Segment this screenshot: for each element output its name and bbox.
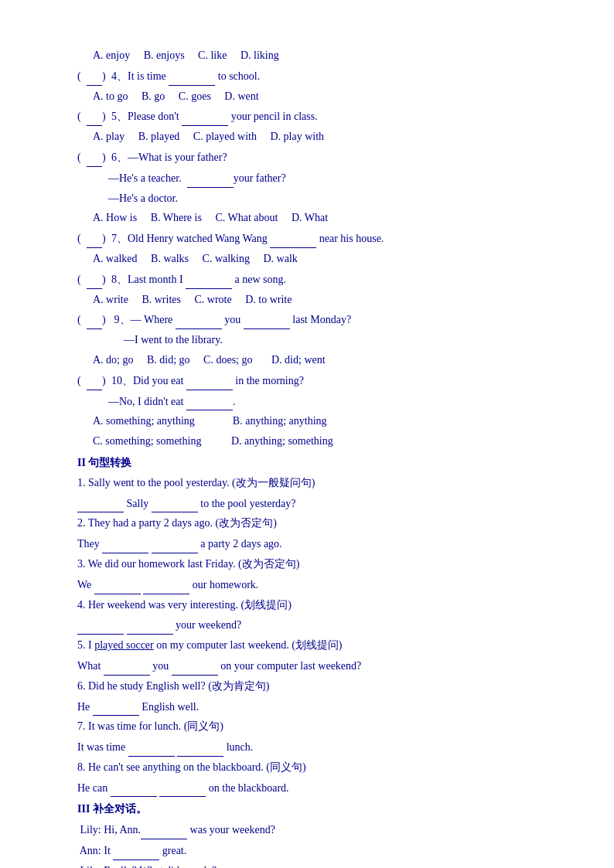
q6-line2: —He's a teacher. your father? <box>77 168 552 188</box>
s2-q6-line: He English well. <box>77 697 552 717</box>
s2-q2-line: They a party 2 days ago. <box>77 534 552 553</box>
s2-q5-stem: 5. I played soccer on my computer last w… <box>77 636 552 655</box>
s2-q1-stem: 1. Sally went to the pool yesterday. (改为… <box>77 474 552 492</box>
section2-title: II 句型转换 <box>77 454 552 472</box>
s2-q4-line: your weekend? <box>77 615 552 635</box>
s2-q8-stem: 8. He can't see anything on the blackboa… <box>77 758 552 777</box>
s2-q7-line: It was time lunch. <box>77 737 552 757</box>
s3-q2: Ann: It great. <box>77 841 552 860</box>
q10-stem: ( )10、Did you eat in the morning? <box>77 371 552 390</box>
q4-options: A. to go B. go C. goes D. went <box>77 87 552 106</box>
s2-q3-line: We our homework. <box>77 575 552 594</box>
s2-q6-stem: 6. Did he study English well? (改为肯定句) <box>77 677 552 696</box>
q5-stem: ( )5、Please don't your pencil in class. <box>77 107 552 126</box>
q9-options: A. do; go B. did; go C. does; go D. did;… <box>77 351 552 369</box>
q9-stem: ( ) 9、— Where you last Monday? <box>77 310 552 329</box>
s2-q3-stem: 3. We did our homework last Friday. (改为否… <box>77 555 552 574</box>
s3-q1: Lily: Hi, Ann. was your weekend? <box>77 820 552 839</box>
q4-options-row: A. enjoy B. enjoys C. like D. liking <box>77 49 279 61</box>
q4-stem: A. enjoy B. enjoys C. like D. liking <box>77 46 552 65</box>
q5-options: A. play B. played C. played with D. play… <box>77 128 552 146</box>
s3-q3: Lily: Really? What did you do? <box>77 862 552 868</box>
q9-line2: —I went to the library. <box>77 331 552 349</box>
q6-options: A. How is B. Where is C. What about D. W… <box>77 209 552 227</box>
section3-title: III 补全对话。 <box>77 800 552 819</box>
q10-line2: —No, I didn't eat . <box>77 392 552 411</box>
page-content: A. enjoy B. enjoys C. like D. liking ( )… <box>77 46 552 868</box>
q4-stem-line: ( )4、It is time to school. <box>77 66 552 86</box>
q7-options: A. walked B. walks C. walking D. walk <box>77 250 552 268</box>
s2-q2-stem: 2. They had a party 2 days ago. (改为否定句) <box>77 514 552 533</box>
q6-line3: —He's a doctor. <box>77 189 552 208</box>
s2-q8-line: He can on the blackboard. <box>77 778 552 798</box>
q10-optA: A. something; anything B. anything; anyt… <box>77 412 552 431</box>
s2-q7-stem: 7. It was time for lunch. (同义句) <box>77 717 552 736</box>
s2-q4-stem: 4. Her weekend was very interesting. (划线… <box>77 596 552 614</box>
s2-q5-line: What you on your computer last weekend? <box>77 656 552 676</box>
q8-options: A. write B. writes C. wrote D. to write <box>77 291 552 309</box>
q10-optC: C. something; something D. anything; som… <box>77 432 552 451</box>
q8-stem: ( )8、Last month I a new song. <box>77 270 552 289</box>
s2-q1-line: Sally to the pool yesterday? <box>77 494 552 513</box>
q6-stem: ( )6、—What is your father? <box>77 148 552 167</box>
q7-stem: ( )7、Old Henry watched Wang Wang near hi… <box>77 229 552 248</box>
